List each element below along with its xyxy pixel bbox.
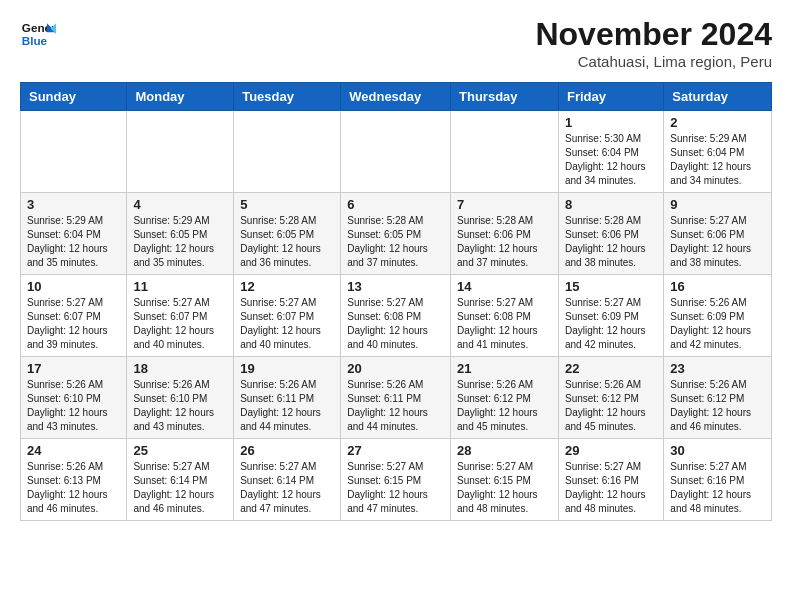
day-info: Sunrise: 5:30 AM Sunset: 6:04 PM Dayligh… [565, 132, 657, 188]
day-info: Sunrise: 5:29 AM Sunset: 6:04 PM Dayligh… [27, 214, 120, 270]
day-info: Sunrise: 5:27 AM Sunset: 6:16 PM Dayligh… [565, 460, 657, 516]
week-row-1: 3Sunrise: 5:29 AM Sunset: 6:04 PM Daylig… [21, 193, 772, 275]
day-cell: 20Sunrise: 5:26 AM Sunset: 6:11 PM Dayli… [341, 357, 451, 439]
day-number: 20 [347, 361, 444, 376]
day-cell: 15Sunrise: 5:27 AM Sunset: 6:09 PM Dayli… [558, 275, 663, 357]
day-cell: 22Sunrise: 5:26 AM Sunset: 6:12 PM Dayli… [558, 357, 663, 439]
day-number: 4 [133, 197, 227, 212]
col-friday: Friday [558, 83, 663, 111]
day-info: Sunrise: 5:26 AM Sunset: 6:10 PM Dayligh… [27, 378, 120, 434]
col-saturday: Saturday [664, 83, 772, 111]
svg-text:Blue: Blue [22, 34, 48, 47]
calendar-table: Sunday Monday Tuesday Wednesday Thursday… [20, 82, 772, 521]
day-number: 2 [670, 115, 765, 130]
day-cell: 5Sunrise: 5:28 AM Sunset: 6:05 PM Daylig… [234, 193, 341, 275]
day-cell: 29Sunrise: 5:27 AM Sunset: 6:16 PM Dayli… [558, 439, 663, 521]
day-info: Sunrise: 5:28 AM Sunset: 6:06 PM Dayligh… [457, 214, 552, 270]
day-number: 16 [670, 279, 765, 294]
day-info: Sunrise: 5:27 AM Sunset: 6:15 PM Dayligh… [347, 460, 444, 516]
day-number: 26 [240, 443, 334, 458]
day-number: 13 [347, 279, 444, 294]
day-cell: 28Sunrise: 5:27 AM Sunset: 6:15 PM Dayli… [451, 439, 559, 521]
col-monday: Monday [127, 83, 234, 111]
day-cell: 30Sunrise: 5:27 AM Sunset: 6:16 PM Dayli… [664, 439, 772, 521]
day-number: 1 [565, 115, 657, 130]
day-number: 12 [240, 279, 334, 294]
day-info: Sunrise: 5:27 AM Sunset: 6:08 PM Dayligh… [457, 296, 552, 352]
day-cell: 19Sunrise: 5:26 AM Sunset: 6:11 PM Dayli… [234, 357, 341, 439]
day-info: Sunrise: 5:26 AM Sunset: 6:11 PM Dayligh… [347, 378, 444, 434]
day-info: Sunrise: 5:26 AM Sunset: 6:12 PM Dayligh… [565, 378, 657, 434]
day-info: Sunrise: 5:26 AM Sunset: 6:09 PM Dayligh… [670, 296, 765, 352]
day-cell [127, 111, 234, 193]
calendar-header: Sunday Monday Tuesday Wednesday Thursday… [21, 83, 772, 111]
day-cell: 11Sunrise: 5:27 AM Sunset: 6:07 PM Dayli… [127, 275, 234, 357]
day-cell: 6Sunrise: 5:28 AM Sunset: 6:05 PM Daylig… [341, 193, 451, 275]
day-cell: 7Sunrise: 5:28 AM Sunset: 6:06 PM Daylig… [451, 193, 559, 275]
day-cell: 2Sunrise: 5:29 AM Sunset: 6:04 PM Daylig… [664, 111, 772, 193]
week-row-3: 17Sunrise: 5:26 AM Sunset: 6:10 PM Dayli… [21, 357, 772, 439]
day-cell: 27Sunrise: 5:27 AM Sunset: 6:15 PM Dayli… [341, 439, 451, 521]
day-number: 15 [565, 279, 657, 294]
day-cell: 24Sunrise: 5:26 AM Sunset: 6:13 PM Dayli… [21, 439, 127, 521]
header-row: Sunday Monday Tuesday Wednesday Thursday… [21, 83, 772, 111]
day-info: Sunrise: 5:26 AM Sunset: 6:12 PM Dayligh… [457, 378, 552, 434]
day-info: Sunrise: 5:28 AM Sunset: 6:06 PM Dayligh… [565, 214, 657, 270]
main-title: November 2024 [535, 16, 772, 53]
day-cell: 9Sunrise: 5:27 AM Sunset: 6:06 PM Daylig… [664, 193, 772, 275]
day-number: 28 [457, 443, 552, 458]
day-number: 6 [347, 197, 444, 212]
day-info: Sunrise: 5:29 AM Sunset: 6:04 PM Dayligh… [670, 132, 765, 188]
day-info: Sunrise: 5:29 AM Sunset: 6:05 PM Dayligh… [133, 214, 227, 270]
day-number: 11 [133, 279, 227, 294]
col-sunday: Sunday [21, 83, 127, 111]
day-cell: 12Sunrise: 5:27 AM Sunset: 6:07 PM Dayli… [234, 275, 341, 357]
day-cell: 21Sunrise: 5:26 AM Sunset: 6:12 PM Dayli… [451, 357, 559, 439]
day-cell: 4Sunrise: 5:29 AM Sunset: 6:05 PM Daylig… [127, 193, 234, 275]
page: General Blue November 2024 Catahuasi, Li… [0, 0, 792, 537]
day-number: 9 [670, 197, 765, 212]
day-cell [451, 111, 559, 193]
day-cell: 10Sunrise: 5:27 AM Sunset: 6:07 PM Dayli… [21, 275, 127, 357]
week-row-4: 24Sunrise: 5:26 AM Sunset: 6:13 PM Dayli… [21, 439, 772, 521]
logo-icon: General Blue [20, 16, 56, 52]
day-info: Sunrise: 5:27 AM Sunset: 6:06 PM Dayligh… [670, 214, 765, 270]
day-number: 17 [27, 361, 120, 376]
day-number: 24 [27, 443, 120, 458]
col-thursday: Thursday [451, 83, 559, 111]
day-cell: 25Sunrise: 5:27 AM Sunset: 6:14 PM Dayli… [127, 439, 234, 521]
day-number: 25 [133, 443, 227, 458]
day-cell: 1Sunrise: 5:30 AM Sunset: 6:04 PM Daylig… [558, 111, 663, 193]
day-info: Sunrise: 5:27 AM Sunset: 6:16 PM Dayligh… [670, 460, 765, 516]
day-number: 21 [457, 361, 552, 376]
day-info: Sunrise: 5:26 AM Sunset: 6:11 PM Dayligh… [240, 378, 334, 434]
day-cell: 26Sunrise: 5:27 AM Sunset: 6:14 PM Dayli… [234, 439, 341, 521]
day-cell: 23Sunrise: 5:26 AM Sunset: 6:12 PM Dayli… [664, 357, 772, 439]
day-info: Sunrise: 5:28 AM Sunset: 6:05 PM Dayligh… [347, 214, 444, 270]
day-info: Sunrise: 5:26 AM Sunset: 6:12 PM Dayligh… [670, 378, 765, 434]
week-row-0: 1Sunrise: 5:30 AM Sunset: 6:04 PM Daylig… [21, 111, 772, 193]
day-number: 3 [27, 197, 120, 212]
col-tuesday: Tuesday [234, 83, 341, 111]
day-number: 22 [565, 361, 657, 376]
day-info: Sunrise: 5:27 AM Sunset: 6:07 PM Dayligh… [27, 296, 120, 352]
day-number: 29 [565, 443, 657, 458]
title-area: November 2024 Catahuasi, Lima region, Pe… [535, 16, 772, 70]
logo: General Blue [20, 16, 56, 52]
day-number: 14 [457, 279, 552, 294]
day-number: 27 [347, 443, 444, 458]
day-cell: 13Sunrise: 5:27 AM Sunset: 6:08 PM Dayli… [341, 275, 451, 357]
day-number: 10 [27, 279, 120, 294]
day-cell: 8Sunrise: 5:28 AM Sunset: 6:06 PM Daylig… [558, 193, 663, 275]
day-info: Sunrise: 5:26 AM Sunset: 6:13 PM Dayligh… [27, 460, 120, 516]
day-info: Sunrise: 5:27 AM Sunset: 6:09 PM Dayligh… [565, 296, 657, 352]
day-info: Sunrise: 5:26 AM Sunset: 6:10 PM Dayligh… [133, 378, 227, 434]
day-info: Sunrise: 5:27 AM Sunset: 6:14 PM Dayligh… [240, 460, 334, 516]
day-number: 18 [133, 361, 227, 376]
day-cell [341, 111, 451, 193]
week-row-2: 10Sunrise: 5:27 AM Sunset: 6:07 PM Dayli… [21, 275, 772, 357]
day-cell: 17Sunrise: 5:26 AM Sunset: 6:10 PM Dayli… [21, 357, 127, 439]
day-info: Sunrise: 5:28 AM Sunset: 6:05 PM Dayligh… [240, 214, 334, 270]
day-number: 23 [670, 361, 765, 376]
day-cell: 3Sunrise: 5:29 AM Sunset: 6:04 PM Daylig… [21, 193, 127, 275]
